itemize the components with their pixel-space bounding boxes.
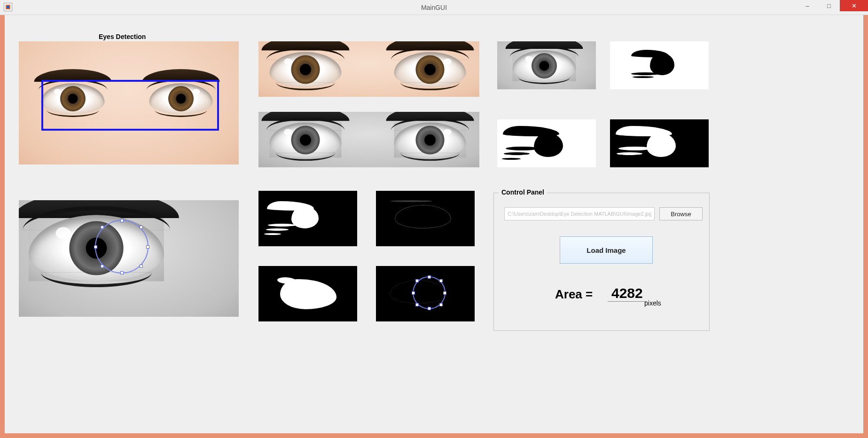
window-title: MainGUI xyxy=(421,4,447,11)
control-panel-legend: Control Panel xyxy=(499,188,547,196)
file-path-input[interactable] xyxy=(504,207,655,220)
area-value: 4282 xyxy=(608,285,647,302)
panel-cropped-color xyxy=(258,41,479,97)
content-area: Eyes Detection xyxy=(5,18,863,433)
load-image-button[interactable]: Load Image xyxy=(560,236,653,264)
panel-source-image xyxy=(19,41,239,164)
panel-binary-white-bg xyxy=(497,119,596,167)
panel-edge-circle xyxy=(376,266,475,321)
maximize-button[interactable]: □ xyxy=(818,0,840,11)
panel-gray-left-eye xyxy=(497,41,596,89)
app-window: MainGUI – □ ✕ Eyes Detection xyxy=(0,0,868,438)
panel-blob-2 xyxy=(258,266,357,321)
panel-blob-1 xyxy=(258,191,357,246)
app-icon xyxy=(4,3,12,11)
eyes-detection-title: Eyes Detection xyxy=(99,33,146,40)
minimize-button[interactable]: – xyxy=(797,0,818,11)
iris-circle-selection[interactable] xyxy=(95,220,149,274)
detection-rectangle xyxy=(41,80,219,131)
panel-binary-left-eye xyxy=(610,41,709,89)
area-unit: pixels xyxy=(644,299,661,307)
control-panel: Control Panel Browse Load Image Area = 4… xyxy=(493,193,710,331)
area-label: Area = xyxy=(555,287,593,302)
panel-gray-eye-circle xyxy=(19,200,239,317)
window-buttons: – □ ✕ xyxy=(797,0,868,13)
titlebar: MainGUI – □ ✕ xyxy=(0,0,868,15)
panel-edge-1 xyxy=(376,191,475,246)
browse-button[interactable]: Browse xyxy=(659,207,703,220)
close-button[interactable]: ✕ xyxy=(840,0,868,11)
panel-binary-black-bg xyxy=(610,119,709,167)
svg-rect-1 xyxy=(7,6,9,8)
panel-cropped-gray xyxy=(258,112,479,167)
iris-circle-small[interactable] xyxy=(413,276,446,309)
